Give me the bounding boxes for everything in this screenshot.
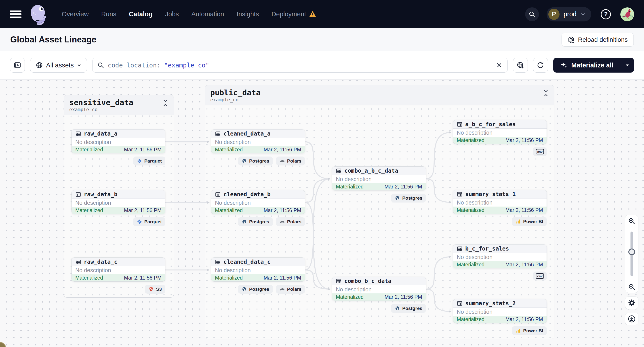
asset-tag-polars[interactable]: Polars (276, 285, 305, 294)
asset-node-raw_data_b[interactable]: raw_data_b No description Materialized M… (72, 190, 165, 214)
materialized-badge: Materialized (336, 184, 364, 190)
zoom-slider-thumb[interactable] (628, 249, 635, 255)
asset-node-b_c_for_sales[interactable]: b_c_for_sales No description Materialize… (453, 244, 547, 268)
nav-item-label: Deployment (272, 10, 306, 18)
dagster-logo-icon[interactable] (28, 3, 49, 25)
tag-label: Postgres (249, 158, 269, 164)
asset-tag-parquet[interactable]: Parquet (133, 217, 165, 226)
collapse-group-button[interactable] (543, 88, 549, 102)
asset-tag-postgres[interactable]: Postgres (391, 194, 426, 203)
filter-scope-button[interactable] (513, 58, 528, 72)
asset-node-raw_data_a[interactable]: raw_data_a No description Materialized M… (72, 129, 165, 153)
table-icon (457, 121, 462, 127)
menu-icon[interactable] (10, 9, 22, 19)
asset-node-header: combo_b_c_data (332, 277, 426, 285)
asset-node-header: summary_stats_2 (453, 299, 546, 308)
asset-search-input[interactable]: code_location:"example_co" (92, 58, 508, 72)
nav-item-jobs[interactable]: Jobs (165, 10, 179, 18)
nav-item-label: Jobs (165, 10, 179, 18)
asset-node-combo_b_c_data[interactable]: combo_b_c_data No description Materializ… (332, 277, 426, 301)
asset-tag-postgres[interactable]: Postgres (238, 157, 273, 165)
group-header: public_data example_co (205, 85, 554, 105)
materialize-all-main[interactable]: Materialize all (553, 58, 620, 72)
expand-panel-button[interactable] (10, 58, 25, 72)
asset-tag-csv[interactable]: csv (533, 272, 547, 281)
parquet-icon (137, 158, 142, 164)
asset-status-row: Materialized Mar 2, 11:56 PM (212, 207, 305, 214)
zoom-in-button[interactable] (625, 215, 638, 227)
materialized-badge: Materialized (457, 262, 484, 268)
s3-icon (148, 287, 154, 292)
asset-node-summary_stats_2[interactable]: summary_stats_2 No description Materiali… (453, 299, 547, 323)
materialized-badge: Materialized (336, 294, 364, 300)
asset-tag-parquet[interactable]: Parquet (133, 157, 165, 165)
materialize-options-button[interactable] (620, 58, 634, 72)
help-button[interactable]: ? (599, 7, 613, 21)
asset-description: No description (212, 199, 305, 207)
clear-search-button[interactable] (496, 62, 502, 68)
asset-tag-polars[interactable]: Polars (276, 157, 305, 165)
polars-icon (280, 158, 285, 164)
reload-definitions-button[interactable]: Reload definitions (562, 33, 634, 47)
nav-item-catalog[interactable]: Catalog (129, 10, 152, 18)
nav-item-insights[interactable]: Insights (237, 10, 259, 18)
tag-label: Polars (287, 219, 302, 224)
global-search-button[interactable] (525, 7, 539, 21)
asset-node-cleaned_data_c[interactable]: cleaned_data_c No description Materializ… (211, 258, 305, 282)
refresh-icon (537, 61, 544, 69)
asset-node-header: cleaned_data_a (212, 129, 305, 138)
zoom-slider[interactable] (625, 227, 638, 281)
collapse-group-button[interactable] (162, 98, 168, 112)
materialized-badge: Materialized (215, 275, 243, 281)
asset-tag-s3[interactable]: S3 (145, 285, 165, 294)
nav-item-deployment[interactable]: Deployment (272, 10, 316, 18)
graph-settings-button[interactable] (625, 297, 638, 309)
user-avatar[interactable] (620, 7, 634, 21)
asset-node-cleaned_data_b[interactable]: cleaned_data_b No description Materializ… (211, 190, 305, 214)
asset-node-raw_data_c[interactable]: raw_data_c No description Materialized M… (72, 258, 165, 282)
asset-tag-csv[interactable]: csv (533, 147, 547, 156)
materialization-timestamp: Mar 2, 11:56 PM (264, 275, 301, 281)
materialization-timestamp: Mar 2, 11:56 PM (264, 147, 301, 153)
asset-description: No description (72, 266, 165, 274)
asset-node-header: combo_a_b_c_data (332, 167, 426, 175)
asset-tag-row: PostgresPolars (211, 217, 305, 226)
asset-tag-postgres[interactable]: Postgres (238, 285, 273, 294)
nav-item-overview[interactable]: Overview (62, 10, 89, 18)
asset-tag-power-bi[interactable]: Power BI (512, 217, 547, 226)
postgres-icon (242, 219, 247, 224)
asset-node-a_b_c_for_sales[interactable]: a_b_c_for_sales No description Materiali… (453, 120, 547, 144)
asset-name: b_c_for_sales (465, 245, 509, 252)
materialize-all-button[interactable]: Materialize all (553, 58, 634, 72)
asset-node-cleaned_data_a[interactable]: cleaned_data_a No description Materializ… (211, 129, 305, 153)
group-code-location: example_co (210, 97, 260, 102)
lineage-toolbar: All assets code_location:"example_co" (0, 51, 644, 79)
asset-tag-row: S3 (72, 285, 165, 294)
materialization-timestamp: Mar 2, 11:56 PM (124, 147, 162, 153)
materialized-badge: Materialized (75, 147, 103, 153)
asset-tag-row: csv (453, 147, 547, 156)
download-graph-button[interactable] (625, 313, 638, 325)
asset-node-summary_stats_1[interactable]: summary_stats_1 No description Materiali… (453, 190, 547, 214)
asset-tag-postgres[interactable]: Postgres (391, 304, 426, 313)
lineage-canvas[interactable]: sensitive_data example_co public_data ex… (0, 79, 644, 347)
asset-name: cleaned_data_b (224, 191, 270, 198)
globe-plus-icon (517, 61, 524, 69)
asset-tag-power-bi[interactable]: Power BI (512, 326, 547, 335)
asset-tag-polars[interactable]: Polars (276, 217, 305, 226)
zoom-out-button[interactable] (625, 281, 638, 293)
materialization-timestamp: Mar 2, 11:56 PM (264, 207, 301, 213)
asset-scope-dropdown[interactable]: All assets (30, 58, 87, 72)
refresh-button[interactable] (533, 58, 548, 72)
asset-node-combo_a_b_c_data[interactable]: combo_a_b_c_data No description Material… (332, 166, 426, 190)
tag-label: S3 (156, 287, 162, 292)
asset-tag-postgres[interactable]: Postgres (238, 217, 273, 226)
nav-links: OverviewRunsCatalogJobsAutomationInsight… (62, 10, 316, 18)
materialized-badge: Materialized (75, 207, 103, 213)
table-icon (215, 259, 221, 265)
asset-name: combo_a_b_c_data (344, 167, 398, 174)
nav-item-runs[interactable]: Runs (101, 10, 116, 18)
polars-icon (280, 287, 285, 292)
deployment-switcher[interactable]: P prod (546, 7, 591, 21)
nav-item-automation[interactable]: Automation (191, 10, 224, 18)
